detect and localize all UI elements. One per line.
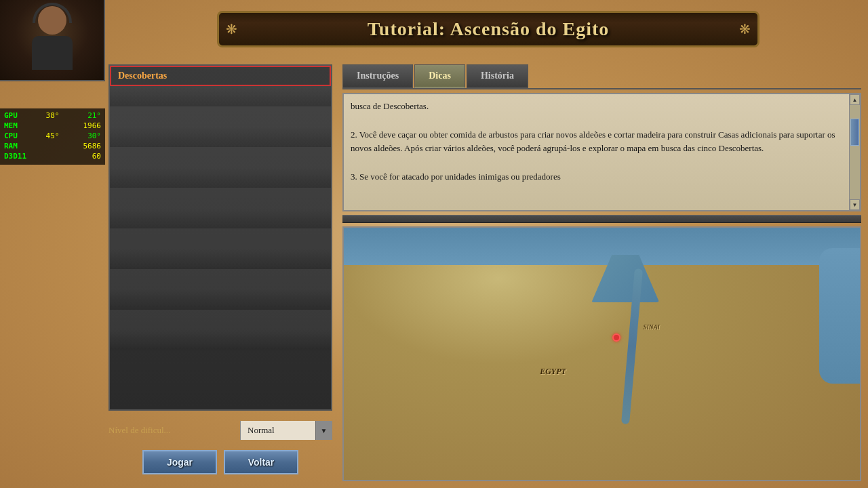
list-item[interactable]: [110, 167, 331, 188]
stat-label-ram: RAM: [4, 142, 18, 150]
content-area: busca de Descobertas. 2. Você deve caçar…: [342, 93, 861, 211]
title-bar-background: Tutorial: Ascensão do Egito: [217, 11, 760, 47]
stat-row-cpu: CPU 45° 30°: [4, 131, 101, 140]
list-item[interactable]: [110, 208, 331, 228]
map-marker: [612, 333, 620, 342]
stat-label-cpu: CPU: [4, 131, 18, 140]
stat-row-d3d: D3D11 60: [4, 152, 101, 161]
scrollbar-down-button[interactable]: ▼: [850, 199, 860, 210]
action-buttons: Jogar Voltar: [108, 450, 332, 481]
map-mediterranean-sea: [344, 228, 860, 265]
stats-panel: GPU 38° 21° MEM 1966 CPU 45° 30° RAM 568…: [0, 108, 105, 165]
difficulty-row: Nível de dificul... Normal ▼: [108, 418, 332, 443]
difficulty-select[interactable]: Normal ▼: [240, 421, 332, 440]
list-item[interactable]: [110, 106, 331, 127]
right-panel: Instruções Dicas História busca de Desco…: [342, 64, 861, 481]
person-figure: [25, 6, 79, 74]
map-area: EGYPT SINAI: [342, 226, 861, 481]
headphones: [33, 3, 72, 23]
scrollbar-thumb[interactable]: [850, 119, 859, 146]
list-item[interactable]: [110, 228, 331, 249]
content-scrollbar[interactable]: ▲ ▼: [849, 94, 860, 210]
list-item[interactable]: [110, 127, 331, 147]
list-item[interactable]: [110, 330, 331, 350]
stat-val-ram: 5686: [83, 142, 102, 150]
list-item[interactable]: [110, 86, 331, 106]
difficulty-dropdown-arrow[interactable]: ▼: [315, 421, 332, 440]
difficulty-value: Normal: [241, 421, 315, 440]
difficulty-label: Nível de dificul...: [108, 425, 235, 436]
stat-label-gpu: GPU: [4, 111, 18, 120]
stat-val-gpu1: 38°: [46, 111, 60, 120]
play-button[interactable]: Jogar: [142, 450, 217, 474]
title-bar: Tutorial: Ascensão do Egito: [108, 5, 868, 53]
scrollbar-up-button[interactable]: ▲: [850, 94, 860, 105]
list-item[interactable]: [110, 188, 331, 208]
person-head: [38, 6, 66, 35]
content-text: busca de Descobertas. 2. Você deve caçar…: [344, 94, 860, 190]
scenario-item-selected[interactable]: Descobertas: [110, 66, 331, 86]
tabs-container: Instruções Dicas História: [342, 64, 861, 89]
stat-val-gpu2: 21°: [87, 111, 101, 120]
list-item[interactable]: [110, 310, 331, 330]
tab-instrucoes[interactable]: Instruções: [342, 64, 413, 88]
stat-row-ram: RAM 5686: [4, 142, 101, 150]
stat-val-cpu1: 45°: [46, 131, 60, 140]
list-item[interactable]: [110, 249, 331, 269]
map-label-sinai: SINAI: [643, 323, 659, 331]
tab-dicas[interactable]: Dicas: [414, 64, 465, 88]
map-red-sea: [819, 248, 860, 384]
main-content: Descobertas Nível de dificul... Normal ▼: [108, 64, 861, 481]
stat-val-d3d: 60: [92, 152, 101, 161]
left-panel: Descobertas Nível de dificul... Normal ▼: [108, 64, 332, 481]
tab-historia[interactable]: História: [467, 64, 528, 88]
list-item[interactable]: [110, 269, 331, 289]
stat-val-mem: 1966: [83, 121, 102, 130]
map-label-egypt: EGYPT: [540, 367, 566, 377]
back-button[interactable]: Voltar: [224, 450, 298, 474]
stat-row-mem: MEM 1966: [4, 121, 101, 130]
page-title: Tutorial: Ascensão do Egito: [368, 18, 610, 39]
scenario-list[interactable]: Descobertas: [108, 64, 332, 411]
webcam-feed: [0, 0, 104, 80]
stat-label-d3d: D3D11: [4, 152, 26, 161]
stat-val-cpu2: 30°: [87, 131, 101, 140]
stat-row-gpu: GPU 38° 21°: [4, 111, 101, 120]
map-background: [344, 228, 860, 480]
separator-bar: [342, 215, 861, 223]
person-body: [32, 36, 73, 70]
list-item[interactable]: [110, 289, 331, 310]
webcam-overlay: [0, 0, 105, 81]
scrollbar-track[interactable]: [850, 105, 860, 199]
list-item[interactable]: [110, 147, 331, 167]
stat-label-mem: MEM: [4, 121, 18, 130]
scenario-item-label: Descobertas: [118, 70, 167, 81]
